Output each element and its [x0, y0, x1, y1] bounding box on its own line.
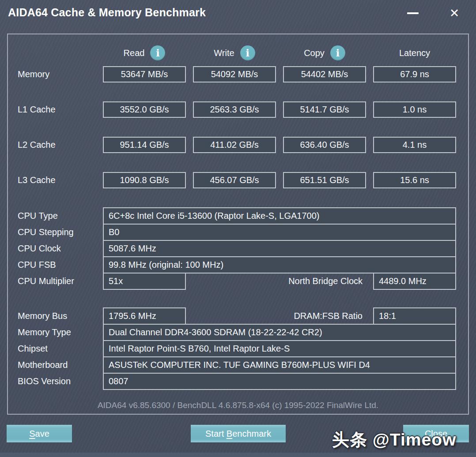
- memory-bus-value: 1795.6 MHz: [103, 307, 186, 325]
- row-label-cpu-clock: CPU Clock: [18, 240, 61, 257]
- l2-read-value: 951.14 GB/s: [103, 137, 186, 153]
- toutiao-watermark: 头条 @Timeow: [332, 428, 456, 452]
- minimize-button[interactable]: [403, 4, 423, 23]
- save-label-post: ave: [35, 429, 49, 439]
- row-label-chipset: Chipset: [18, 340, 48, 357]
- column-header-copy: Copy i: [283, 44, 366, 62]
- column-header-latency: Latency: [373, 44, 456, 62]
- l3-write-value: 456.07 GB/s: [193, 172, 276, 188]
- minimize-icon: [407, 12, 419, 14]
- benchmark-panel: Read i Write i Copy i Latency Memory 536…: [7, 34, 469, 415]
- dram-fsb-ratio-value: 18:1: [373, 307, 456, 325]
- save-label-mnemonic: S: [29, 429, 35, 439]
- l1-write-value: 2563.3 GB/s: [193, 101, 276, 118]
- row-label-memory-type: Memory Type: [18, 324, 71, 341]
- memory-latency-value: 67.9 ns: [373, 66, 456, 82]
- row-label-motherboard: Motherboard: [18, 356, 68, 374]
- start-label-mnemonic: B: [227, 429, 232, 439]
- window-bottom-edge: [0, 453, 476, 457]
- info-icon[interactable]: i: [240, 45, 255, 60]
- motherboard-value: ASUSTeK COMPUTER INC. TUF GAMING B760M-P…: [103, 356, 456, 374]
- l1-latency-value: 1.0 ns: [373, 101, 456, 118]
- row-label-memory-bus: Memory Bus: [18, 307, 67, 325]
- row-label-cpu-stepping: CPU Stepping: [18, 224, 74, 241]
- row-label-cpu-multiplier: CPU Multiplier: [18, 273, 74, 290]
- close-window-button[interactable]: ✕: [444, 4, 465, 23]
- title-bar: AIDA64 Cache & Memory Benchmark ✕: [0, 0, 476, 28]
- l3-copy-value: 651.51 GB/s: [283, 172, 366, 188]
- column-header-label: Read: [124, 48, 145, 58]
- north-bridge-clock-value: 4489.0 MHz: [373, 273, 456, 290]
- start-label-post: enchmark: [232, 429, 271, 439]
- row-label-cpu-type: CPU Type: [18, 207, 58, 225]
- save-button[interactable]: Save: [7, 425, 72, 442]
- l2-write-value: 411.02 GB/s: [193, 137, 276, 153]
- start-benchmark-button[interactable]: Start Benchmark: [191, 425, 286, 442]
- row-label-l2-cache: L2 Cache: [18, 137, 56, 153]
- memory-write-value: 54092 MB/s: [193, 66, 276, 82]
- l1-copy-value: 5141.7 GB/s: [283, 101, 366, 118]
- row-label-cpu-fsb: CPU FSB: [18, 256, 56, 273]
- column-header-label: Write: [214, 48, 234, 58]
- l3-latency-value: 15.6 ns: [373, 172, 456, 188]
- cpu-clock-value: 5087.6 MHz: [103, 240, 456, 257]
- row-label-bios-version: BIOS Version: [18, 373, 71, 390]
- version-credits: AIDA64 v6.85.6300 / BenchDLL 4.6.875.8-x…: [8, 401, 468, 410]
- memory-read-value: 53647 MB/s: [103, 66, 186, 82]
- memory-copy-value: 54402 MB/s: [283, 66, 366, 82]
- start-label-pre: Start: [205, 429, 227, 439]
- north-bridge-clock-label: North Bridge Clock: [193, 273, 370, 290]
- column-header-label: Copy: [304, 48, 325, 58]
- cpu-fsb-value: 99.8 MHz (original: 100 MHz): [103, 256, 456, 273]
- row-label-memory: Memory: [18, 66, 49, 82]
- row-label-l1-cache: L1 Cache: [18, 101, 56, 118]
- l2-copy-value: 636.40 GB/s: [283, 137, 366, 153]
- dram-fsb-ratio-label: DRAM:FSB Ratio: [193, 307, 370, 325]
- row-label-l3-cache: L3 Cache: [18, 172, 56, 188]
- info-icon[interactable]: i: [150, 45, 165, 60]
- bios-version-value: 0807: [103, 373, 456, 390]
- memory-type-value: Dual Channel DDR4-3600 SDRAM (18-22-22-4…: [103, 324, 456, 341]
- info-icon[interactable]: i: [330, 45, 345, 60]
- cpu-multiplier-value: 51x: [103, 273, 186, 290]
- cpu-stepping-value: B0: [103, 224, 456, 241]
- l1-read-value: 3552.0 GB/s: [103, 101, 186, 118]
- close-icon: ✕: [450, 6, 460, 20]
- window-title: AIDA64 Cache & Memory Benchmark: [8, 6, 206, 19]
- column-header-read: Read i: [103, 44, 186, 62]
- l3-read-value: 1090.8 GB/s: [103, 172, 186, 188]
- cpu-type-value: 6C+8c Intel Core i5-13600 (Raptor Lake-S…: [103, 207, 456, 225]
- column-header-label: Latency: [399, 48, 430, 58]
- column-header-write: Write i: [193, 44, 276, 62]
- chipset-value: Intel Raptor Point-S B760, Intel Raptor …: [103, 340, 456, 357]
- l2-latency-value: 4.1 ns: [373, 137, 456, 153]
